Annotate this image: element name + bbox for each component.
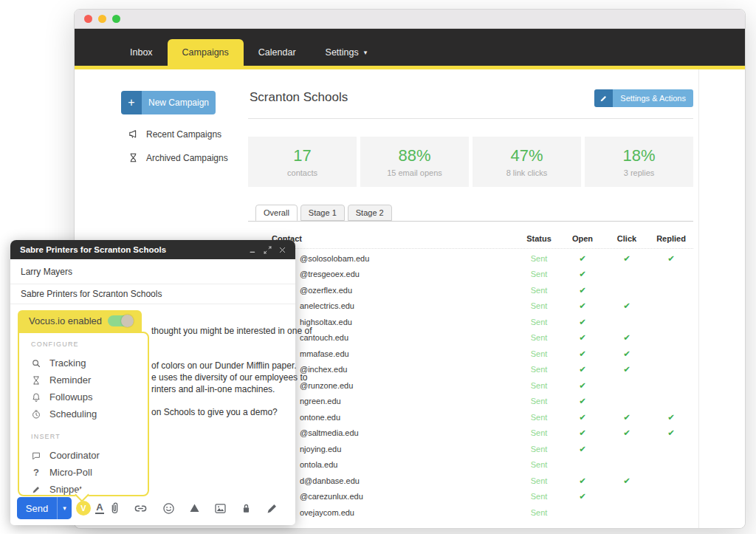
table-body: @solosolobam.eduSent✔✔✔@tresgeoex.eduSen…	[248, 250, 693, 521]
close-compose-icon[interactable]	[277, 244, 288, 256]
replied-checkmark-icon: ✔	[649, 253, 693, 264]
email-body-line: on Schools to give you a demo?	[151, 407, 278, 417]
menu-item-followups[interactable]: Followups	[31, 388, 148, 405]
confidential-toolbar-button[interactable]	[238, 501, 253, 516]
compose-header[interactable]: Sabre Printers for Scranton Schools	[10, 240, 295, 259]
table-row[interactable]: ovejaycom.eduSent	[248, 504, 693, 521]
stat-card-8-link-clicks: 47%8 link clicks	[472, 137, 581, 187]
email-body-line: e uses the diversity of our employees to	[151, 372, 307, 383]
table-row[interactable]: @inchex.eduSent✔✔	[248, 362, 693, 378]
chevron-down-icon: ▾	[364, 49, 368, 56]
table-row[interactable]: @carezunlux.eduSent✔	[248, 489, 693, 505]
vocus-toolbar-button[interactable]: V	[76, 501, 91, 516]
recipient-field[interactable]: Larry Mayers	[10, 259, 295, 284]
table-row[interactable]: d@danbase.eduSent✔✔	[248, 473, 693, 489]
column-header-status: Status	[518, 234, 560, 243]
menu-item-label: Coordinator	[49, 450, 100, 461]
table-row[interactable]: ontola.eduSent	[248, 457, 693, 473]
confidential-icon	[239, 502, 253, 516]
menu-item-micro-poll[interactable]: ?Micro-Poll	[31, 464, 148, 481]
settings-actions-button[interactable]: Settings & Actions	[594, 89, 693, 107]
emoji-toolbar-button[interactable]	[161, 501, 176, 516]
click-checkmark-icon: ✔	[605, 412, 649, 422]
table-row[interactable]: @runzone.eduSent✔	[248, 377, 693, 394]
open-checkmark-icon: ✔	[560, 428, 605, 438]
stat-card-15-email-opens: 88%15 email opens	[360, 137, 469, 187]
menu-item-label: Micro-Poll	[49, 467, 92, 478]
subject-field[interactable]: Sabre Printers for Scranton Schools	[10, 284, 295, 304]
campaign-panel: Scranton Schools Settings & Actions 17co…	[248, 69, 693, 528]
table-row[interactable]: highsoltax.eduSent✔	[248, 314, 693, 330]
nav-tab-campaigns[interactable]: Campaigns	[168, 39, 244, 66]
image-toolbar-button[interactable]	[213, 501, 227, 516]
pen-toolbar-button[interactable]	[264, 501, 279, 516]
status-badge: Sent	[518, 460, 560, 469]
status-badge: Sent	[518, 492, 560, 501]
nav-tab-settings[interactable]: Settings▾	[311, 39, 382, 66]
pencil-icon	[594, 89, 613, 107]
table-row[interactable]: cantouch.eduSent✔✔	[248, 330, 693, 346]
email-body-line: thought you might be interested in one o…	[151, 326, 312, 336]
drive-toolbar-button[interactable]	[187, 501, 202, 516]
table-row[interactable]: @ozerflex.eduSent✔	[248, 282, 693, 298]
sidebar-item-recent-campaigns[interactable]: Recent Campaigns	[128, 129, 228, 140]
expand-compose-icon[interactable]	[262, 244, 273, 256]
nav-tab-calendar[interactable]: Calendar	[244, 39, 311, 66]
close-window-button[interactable]	[84, 15, 92, 23]
image-icon	[213, 502, 227, 516]
menu-item-label: Tracking	[49, 357, 86, 369]
table-row[interactable]: mmafase.eduSent✔✔	[248, 346, 693, 362]
search-icon	[31, 358, 41, 369]
stat-label: 8 link clicks	[506, 168, 548, 177]
zoom-window-button[interactable]	[112, 15, 120, 23]
tab-stage-1[interactable]: Stage 1	[300, 205, 345, 221]
stat-label: 15 email opens	[387, 168, 442, 177]
click-checkmark-icon: ✔	[605, 253, 649, 264]
link-toolbar-button[interactable]	[133, 501, 148, 516]
send-button[interactable]: Send ▾	[17, 497, 72, 519]
format-icon: A	[95, 502, 103, 514]
table-row[interactable]: ontone.eduSent✔✔✔	[248, 409, 693, 425]
subject-value: Sabre Printers for Scranton Schools	[21, 289, 162, 299]
new-campaign-button[interactable]: + New Campaign	[121, 91, 216, 114]
stage-tabs: OverallStage 1Stage 2	[248, 206, 693, 222]
table-row[interactable]: ngreen.eduSent✔	[248, 394, 693, 410]
pen-icon	[265, 502, 279, 516]
settings-actions-label: Settings & Actions	[613, 89, 693, 107]
sidebar-item-archived-campaigns[interactable]: Archived Campaigns	[128, 152, 228, 163]
desktop: InboxCampaignsCalendarSettings▾ + New Ca…	[0, 0, 756, 534]
nav-tab-inbox[interactable]: Inbox	[115, 39, 168, 66]
emoji-icon	[162, 502, 176, 516]
menu-item-coordinator[interactable]: Coordinator	[31, 447, 148, 464]
tab-stage-2[interactable]: Stage 2	[348, 205, 392, 221]
status-badge: Sent	[518, 381, 560, 390]
stat-card-contacts: 17contacts	[248, 137, 357, 187]
menu-item-tracking[interactable]: Tracking	[31, 355, 148, 372]
stat-label: 3 replies	[624, 168, 655, 177]
menu-item-snippet[interactable]: Snippet	[31, 481, 148, 498]
column-header-click: Click	[605, 234, 649, 243]
menu-item-scheduling[interactable]: Scheduling	[31, 405, 148, 422]
vocus-toggle[interactable]	[108, 315, 133, 326]
menu-section-insert: INSERT	[31, 433, 148, 441]
status-badge: Sent	[518, 413, 560, 422]
open-checkmark-icon: ✔	[560, 476, 605, 486]
open-checkmark-icon: ✔	[560, 444, 605, 454]
tab-overall[interactable]: Overall	[255, 205, 298, 221]
minimize-compose-icon[interactable]	[247, 244, 258, 256]
attach-toolbar-button[interactable]	[107, 501, 122, 516]
table-row[interactable]: njoying.eduSent✔	[248, 441, 693, 457]
vocus-enabled-banner: Vocus.io enabled	[18, 310, 142, 332]
menu-item-reminder[interactable]: Reminder	[31, 372, 148, 388]
table-row[interactable]: @solosolobam.eduSent✔✔✔	[248, 250, 693, 267]
table-row[interactable]: @tresgeoex.eduSent✔	[248, 267, 693, 283]
content-divider	[698, 69, 699, 528]
status-badge: Sent	[518, 508, 560, 517]
format-toolbar-button[interactable]: A	[92, 501, 107, 516]
minimize-window-button[interactable]	[98, 15, 106, 23]
send-options-caret[interactable]: ▾	[57, 497, 72, 519]
table-row[interactable]: @saltmedia.eduSent✔✔✔	[248, 425, 693, 442]
replied-checkmark-icon: ✔	[649, 428, 693, 438]
title-divider	[248, 118, 693, 119]
table-row[interactable]: anelectrics.eduSent✔✔	[248, 298, 693, 315]
